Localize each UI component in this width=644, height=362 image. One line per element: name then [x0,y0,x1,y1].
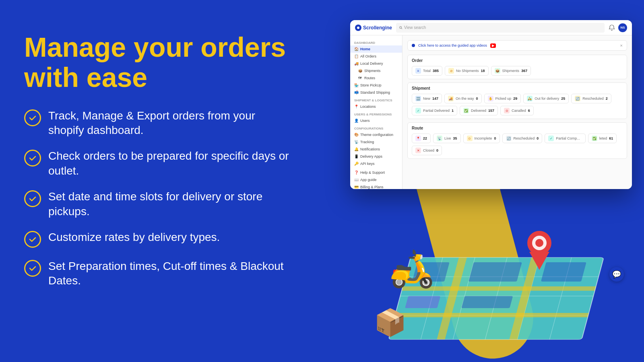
stat-rescheduled: 🔄 Rescheduled 2 [571,94,611,103]
sidebar-item-notifications[interactable]: 🔔 Notifications [350,146,402,153]
partial-icon: ✓ [415,108,421,113]
app-screenshot: Scrollengine View search NS Dashboard 🏠 … [350,20,632,189]
sidebar-item-api-keys[interactable]: 🔑 API keys [350,160,402,167]
sidebar-item-store-pickup[interactable]: 🏪 Store PickUp [350,82,402,89]
rescheduled-icon: 🔄 [575,96,580,101]
stat-route-count: 📍 22 [412,134,431,143]
svg-marker-24 [529,252,549,270]
stat-new: 🆕 New 147 [412,94,442,103]
no-shipments-icon: ⊘ [448,68,454,74]
route-icon: 📍 [415,136,421,141]
check-icon-4 [24,231,41,248]
feature-text-4: Customize rates by delivery types. [48,230,220,245]
stat-delivered: ✅ Delivered 157 [460,106,498,115]
completed-icon: ✅ [592,136,597,141]
on-way-icon: 🚚 [448,96,454,101]
routes-icon: 🗺 [358,76,362,80]
sidebar-item-billing[interactable]: 💳 Billing & Plans [350,183,402,189]
svg-line-2 [401,28,402,29]
app-header: Scrollengine View search NS [350,20,632,35]
close-notification-button[interactable]: × [620,43,623,48]
location-pin [523,228,555,274]
sidebar-item-local-delivery[interactable]: 🚚 Local Delivery [350,60,402,67]
svg-rect-20 [461,296,513,308]
users-icon: 👤 [354,119,358,123]
check-icon-1 [24,109,41,126]
feature-item-1: Track, Manage & Export orders from your … [24,109,290,138]
feature-text-1: Track, Manage & Export orders from your … [48,109,290,138]
partial-comp-icon: ✓ [548,136,554,141]
sidebar-item-tracking[interactable]: 📡 Tracking [350,138,402,146]
app-sidebar: Dashboard 🏠 Home 📋 All Orders 🚚 Local De… [350,35,402,189]
left-panel: Manage your orders with ease Track, Mana… [24,32,290,288]
sidebar-item-locations[interactable]: 📍 Locations [350,103,402,110]
delivered-icon: ✅ [463,108,469,113]
billing-icon: 💳 [354,185,358,189]
stat-on-the-way: 🚚 On the way 0 [444,94,482,103]
tracking-icon: 📡 [354,140,358,144]
user-avatar: NS [618,23,627,32]
sidebar-item-users[interactable]: 👤 Users [350,117,402,124]
guide-icon: 📖 [354,178,358,182]
stat-closed: ✕ Closed 0 [412,146,442,155]
stat-shipments: 📦 Shipments 367 [491,66,531,76]
stat-incomplete: ⊙ Incomplete 0 [463,134,500,143]
check-icon-5 [24,260,41,277]
sidebar-item-shipments[interactable]: 📦 Shipments [350,67,402,74]
sidebar-label-dashboard: Dashboard [350,39,402,45]
svg-rect-17 [469,262,522,282]
location-icon: 📍 [354,105,358,109]
check-icon-3 [24,190,41,207]
shipping-icon: 📫 [354,90,358,95]
incomplete-icon: ⊙ [467,136,473,141]
search-bar[interactable]: View search [396,23,605,33]
stat-partial-completed: ✓ Partial Comp... [545,134,586,143]
stat-picked-up: ✋ Picked up 29 [484,94,521,103]
sidebar-item-help[interactable]: ❓ Help & Support [350,169,402,176]
route-resched-icon: 🔄 [506,136,512,141]
shipment-section-title: Shipment [412,86,623,90]
svg-point-25 [535,239,543,247]
orders-icon: 📋 [354,54,358,58]
store-icon: 🏪 [354,83,358,87]
main-title: Manage your orders with ease [24,32,290,93]
home-icon: 🏠 [354,47,358,51]
sidebar-item-routes[interactable]: 🗺 Routes [350,74,402,82]
youtube-icon: ▶ [490,43,496,48]
stat-no-shipments: ⊘ No Shipments 18 [445,66,489,76]
notif-link[interactable]: Click here to access the guided app vide… [418,43,487,47]
cancelled-icon: ⊙ [504,108,510,113]
order-section-title: Order [412,58,623,63]
header-right: NS [609,23,627,32]
new-icon: 🆕 [415,96,421,101]
delivery-icon: 🚚 [354,62,358,66]
sidebar-label-users: Users & Permissions [350,110,402,117]
order-section: Order ≡ Total 385 ⊘ No Shipments 18 📦 S [407,55,627,79]
feature-item-2: Check orders to be prepared for specific… [24,149,290,178]
sidebar-item-theme[interactable]: 🎨 Theme configuration [350,131,402,138]
apps-icon: 📱 [354,154,358,158]
sidebar-label-config: Configurations [350,124,402,131]
sidebar-item-home[interactable]: 🏠 Home [350,45,402,53]
app-body: Dashboard 🏠 Home 📋 All Orders 🚚 Local De… [350,35,632,189]
chat-bubble[interactable]: 💬 [609,267,624,282]
sidebar-item-delivery-apps[interactable]: 📱 Delivery Apps [350,153,402,160]
package-box: 📦 [374,307,407,338]
svg-rect-19 [405,296,440,308]
live-icon: 📡 [437,136,442,141]
stat-partial-delivered: ✓ Partial Delivered 1 [412,106,457,115]
app-logo: Scrollengine [355,25,392,31]
feature-list: Track, Manage & Export orders from your … [24,109,290,288]
stat-total: ≡ Total 385 [412,66,442,76]
out-delivery-icon: 🛵 [527,96,533,101]
scooter-emoji: 🛵 [390,247,435,290]
sidebar-item-standard-shipping[interactable]: 📫 Standard Shipping [350,89,402,96]
feature-item-3: Set date and time slots for delivery or … [24,189,290,219]
feature-text-3: Set date and time slots for delivery or … [48,189,290,219]
feature-item-4: Customize rates by delivery types. [24,230,290,248]
sidebar-item-app-guide[interactable]: 📖 App guide [350,176,402,183]
sidebar-item-all-orders[interactable]: 📋 All Orders [350,53,402,60]
stat-out-delivery: 🛵 Out for delivery 25 [523,94,569,103]
stat-cancelled: ⊙ Canalled 6 [500,106,534,115]
stat-route-rescheduled: 🔄 Rescheduled 0 [502,134,543,143]
